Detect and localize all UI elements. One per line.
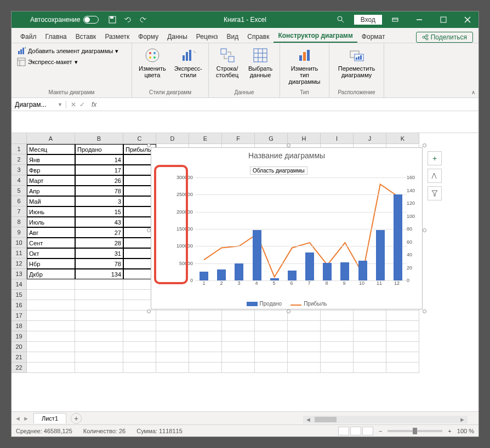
cell[interactable] [386,342,419,352]
chart-styles-button[interactable] [428,169,442,183]
cell[interactable] [27,331,75,342]
cell[interactable] [354,363,386,373]
cell[interactable] [75,311,123,321]
ribbon-opts-icon[interactable] [384,12,406,28]
row-header[interactable]: 9 [12,227,27,238]
row-header[interactable]: 18 [12,321,27,331]
close-icon[interactable] [457,12,478,28]
cell[interactable]: 26 [75,175,123,186]
cell[interactable] [321,331,354,342]
cell[interactable] [255,311,288,321]
cell[interactable] [27,363,75,373]
change-type-button[interactable]: Изменить тип диаграммы [283,45,326,86]
cell[interactable] [27,352,75,363]
move-chart-button[interactable]: Переместить диаграмму [333,45,380,79]
column-header[interactable]: E [189,133,222,144]
cell[interactable] [75,290,123,300]
cell[interactable] [255,342,288,352]
row-header[interactable]: 10 [12,238,27,248]
chart-bar[interactable] [376,230,385,280]
chart-bar[interactable] [217,269,226,280]
enter-fx-icon[interactable]: ✓ [79,101,85,108]
cell[interactable]: 14 [75,154,123,165]
horizontal-scrollbar[interactable]: ◄► [303,416,468,423]
cell[interactable]: 134 [75,269,123,279]
cell[interactable] [386,352,419,363]
sheet-tab-1[interactable]: Лист1 [33,413,66,423]
cell[interactable]: 28 [75,238,123,248]
chart-bar[interactable] [200,272,208,280]
column-header[interactable]: J [354,133,386,144]
autosave-toggle[interactable]: Автосохранение [30,16,99,24]
chart-object[interactable]: Название диаграммы Область диаграммы 050… [151,147,423,309]
cell[interactable] [27,321,75,331]
tab-chart-design[interactable]: Конструктор диаграмм [274,30,357,43]
cell[interactable] [222,331,255,342]
fx-icon[interactable]: fx [89,101,99,108]
cell[interactable] [354,311,386,321]
maximize-icon[interactable] [432,12,454,28]
cell[interactable]: 15 [75,206,123,217]
tab-data[interactable]: Данны [163,31,192,43]
column-header[interactable]: G [255,133,288,144]
cell[interactable] [123,352,156,363]
quick-styles-button[interactable]: Экспресс-стили [172,45,205,79]
zoom-level[interactable]: 100 % [457,428,474,434]
row-header[interactable]: 11 [12,248,27,259]
cell[interactable] [288,342,321,352]
column-header[interactable]: C [123,133,156,144]
row-header[interactable]: 8 [12,217,27,227]
view-pagebreak-button[interactable] [362,427,373,435]
view-normal-button[interactable] [338,427,349,435]
cell[interactable] [288,352,321,363]
chart-bar[interactable] [394,194,402,280]
chart-legend[interactable]: Продано Прибыль [151,301,422,307]
chart-bar[interactable] [305,252,314,280]
row-header[interactable]: 2 [12,154,27,165]
cell[interactable] [123,363,156,373]
cell[interactable]: 17 [75,165,123,175]
cell[interactable]: Продано [75,144,123,154]
cell[interactable] [386,321,419,331]
cell[interactable] [222,363,255,373]
undo-icon[interactable] [123,15,133,25]
cell[interactable]: Нбр [27,259,75,269]
chart-bar[interactable] [340,262,349,280]
cell[interactable] [123,331,156,342]
select-data-button[interactable]: Выбрать данные [244,45,276,79]
cell[interactable] [354,331,386,342]
cell[interactable] [27,290,75,300]
chart-title[interactable]: Название диаграммы [151,148,422,160]
row-header[interactable]: 16 [12,300,27,311]
name-box[interactable]: Диаграм...▼ [12,101,66,108]
cell[interactable] [75,352,123,363]
add-chart-element-button[interactable]: + Добавить элемент диаграммы ▾ [15,45,128,56]
column-header[interactable]: K [386,133,419,144]
chart-bar[interactable] [253,230,261,280]
redo-icon[interactable] [138,15,148,25]
cell[interactable] [27,342,75,352]
cell[interactable] [222,311,255,321]
cell[interactable] [354,342,386,352]
cell[interactable] [156,331,189,342]
cell[interactable]: Авг [27,227,75,238]
cell[interactable]: 78 [75,259,123,269]
tab-view[interactable]: Вид [223,31,243,43]
tab-insert[interactable]: Вставк [71,31,101,43]
sheet-next-icon[interactable]: ► [23,415,29,422]
tab-help[interactable]: Справк [243,31,274,43]
tab-file[interactable]: Файл [16,31,41,43]
cell[interactable] [189,363,222,373]
row-header[interactable]: 5 [12,186,27,196]
cell[interactable]: Июль [27,217,75,227]
chart-plot-area[interactable]: 050000100000150000200000250000300000 020… [171,177,406,288]
collapse-ribbon-icon[interactable]: ∧ [471,89,475,95]
login-button[interactable]: Вход [354,15,382,25]
zoom-slider[interactable] [388,430,442,432]
cell[interactable]: Май [27,196,75,206]
cell[interactable] [255,352,288,363]
zoom-in-button[interactable]: + [448,428,451,434]
cell[interactable] [255,321,288,331]
cell[interactable] [255,363,288,373]
chart-filters-button[interactable] [428,186,442,200]
